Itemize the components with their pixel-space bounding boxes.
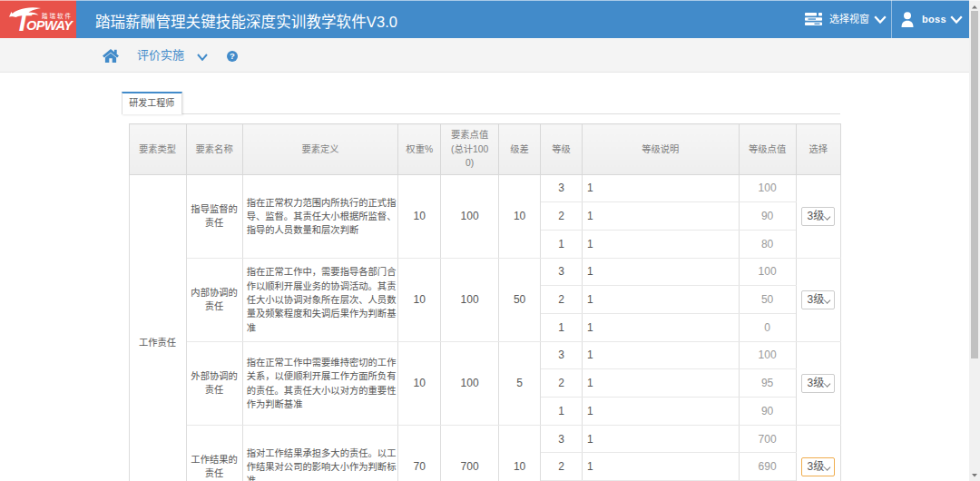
svg-text:OPWAY: OPWAY xyxy=(26,18,74,33)
svg-text:?: ? xyxy=(230,51,235,61)
svg-text:踏瑞软件: 踏瑞软件 xyxy=(42,12,73,20)
